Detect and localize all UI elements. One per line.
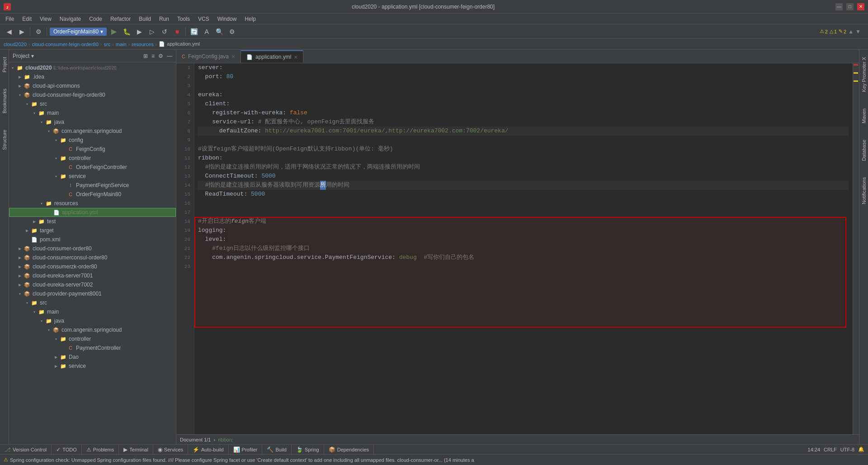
tree-controller[interactable]: ▾ 📁 controller (9, 154, 176, 163)
tree-package[interactable]: ▾ 📦 com.angenin.springcloud (9, 127, 176, 136)
project-minimize[interactable]: — (167, 53, 172, 59)
code-editor[interactable]: 1 2 3 4 5 6 7 8 9 10 11 12 13 14 15 16 1 (176, 63, 859, 434)
menu-build[interactable]: Build (135, 15, 155, 23)
tree-root[interactable]: ▾ 📁 cloud2020 E:\idea-workspace\cloud202… (9, 63, 176, 72)
tab-auto-build[interactable]: ⚡ Auto-build (188, 445, 229, 455)
tree-payment-package[interactable]: ▾ 📦 com.angenin.springcloud (9, 325, 176, 334)
tree-pom-xml[interactable]: 📄 pom.xml (9, 235, 176, 244)
coverage-button[interactable]: ▶ (134, 26, 145, 37)
tree-payment-main[interactable]: ▾ 📁 main (9, 307, 176, 316)
scroll-down[interactable]: ▼ (855, 28, 861, 35)
forward-button[interactable]: ▶ (16, 26, 27, 37)
menu-vcs[interactable]: VCS (194, 15, 213, 23)
tab-feign-config[interactable]: C FeignConfig.java ✕ (176, 50, 241, 63)
tree-order-feign-main[interactable]: C OrderFeignMain80 (9, 190, 176, 199)
menu-tools[interactable]: Tools (174, 15, 193, 23)
tab-application-yml[interactable]: 📄 application.yml ✕ (241, 50, 303, 63)
tree-consumer-order80[interactable]: ▶ 📦 cloud-consumer-order80 (9, 244, 176, 253)
tab-build[interactable]: 🔨 Build (262, 445, 291, 455)
scroll-up[interactable]: ▲ (848, 28, 854, 35)
tab-profiler[interactable]: 📊 Profiler (229, 445, 263, 455)
tree-service[interactable]: ▾ 📁 service (9, 172, 176, 181)
tree-eureka-server7001[interactable]: ▶ 📦 cloud-eureka-server7001 (9, 271, 176, 280)
tree-feign-config[interactable]: C FeignConfig (9, 145, 176, 154)
key-promoter-toggle[interactable]: Key Promoter X (860, 53, 868, 96)
tab-dependencies[interactable]: 📦 Dependencies (324, 445, 374, 455)
breadcrumb-src[interactable]: src (104, 42, 110, 47)
menu-code[interactable]: Code (85, 15, 106, 23)
breadcrumb-resources[interactable]: resources (132, 42, 153, 47)
tree-payment-feign-service[interactable]: I PaymentFeignService (9, 181, 176, 190)
bookmarks-toggle[interactable]: Bookmarks (1, 85, 8, 117)
tab-feign-config-close[interactable]: ✕ (231, 54, 235, 59)
project-panel-toggle[interactable]: Project (1, 53, 8, 76)
tree-consumerzk-order80[interactable]: ▶ 📦 cloud-consumerzk-order80 (9, 262, 176, 271)
code-content[interactable]: server: port: 80 eureka: client: (194, 63, 853, 434)
tree-payment-controller-class[interactable]: C PaymentController (9, 343, 176, 352)
tree-feign-order80[interactable]: ▾ 📦 cloud-consumer-feign-order80 (9, 90, 176, 99)
tree-payment-dao[interactable]: ▶ 📁 Dao (9, 352, 176, 362)
project-collapse[interactable]: ≡ (151, 53, 155, 59)
structure-toggle[interactable]: Structure (1, 126, 8, 154)
settings-button[interactable]: ⚙ (33, 26, 44, 37)
back-button[interactable]: ◀ (4, 26, 14, 37)
run-button[interactable]: ▶ (108, 26, 119, 37)
tree-payment-service[interactable]: ▶ 📁 service (9, 362, 176, 371)
code-line-23 (198, 262, 849, 271)
notifications-toggle[interactable]: Notifications (860, 174, 868, 208)
tree-consumerconsul-order80[interactable]: ▶ 📦 cloud-consumerconsul-order80 (9, 253, 176, 262)
maximize-button[interactable]: □ (846, 3, 854, 10)
search-button[interactable]: 🔍 (214, 26, 225, 37)
tree-payment-java[interactable]: ▾ 📁 java (9, 316, 176, 325)
tab-feign-config-icon: C (182, 54, 185, 59)
profile-button[interactable]: ▷ (146, 26, 157, 37)
tab-yml-close[interactable]: ✕ (294, 55, 297, 60)
update-button[interactable]: 🔄 (189, 26, 199, 37)
project-settings[interactable]: ⚙ (158, 53, 163, 59)
project-options[interactable]: ⊞ (143, 53, 148, 59)
code-line-13: ConnectTimeout: 5000 (198, 172, 849, 181)
menu-view[interactable]: View (36, 15, 55, 23)
tree-config[interactable]: ▾ 📁 config (9, 136, 176, 145)
stop-button[interactable]: ■ (172, 26, 183, 37)
breadcrumb-main[interactable]: main (116, 42, 127, 47)
tree-target[interactable]: ▶ 📁 target (9, 226, 176, 235)
tab-problems[interactable]: ⚠ Problems (82, 445, 119, 455)
tab-version-control[interactable]: ⎇ Version Control (0, 445, 52, 455)
database-toggle[interactable]: Database (860, 136, 868, 164)
debug-button[interactable]: 🐛 (121, 26, 132, 37)
translate-button[interactable]: A (201, 26, 212, 37)
breadcrumb-module[interactable]: cloud-consumer-feign-order80 (32, 42, 98, 47)
tree-payment-controller[interactable]: ▾ 📁 controller (9, 334, 176, 343)
menu-navigate[interactable]: Navigate (56, 15, 85, 23)
tree-eureka-server7002[interactable]: ▶ 📦 cloud-eureka-server7002 (9, 280, 176, 289)
tree-test[interactable]: ▶ 📁 test (9, 217, 176, 226)
menu-run[interactable]: Run (156, 15, 173, 23)
settings2-button[interactable]: ⚙ (226, 26, 237, 37)
close-button[interactable]: ✕ (857, 3, 864, 10)
run-alt-button[interactable]: ↺ (159, 26, 170, 37)
tab-terminal[interactable]: ▶ Terminal (119, 445, 153, 455)
tree-main[interactable]: ▾ 📁 main (9, 108, 176, 117)
tree-application-yml[interactable]: 📄 application.yml (9, 208, 176, 217)
tree-resources[interactable]: ▾ 📁 resources (9, 199, 176, 208)
minimize-button[interactable]: — (835, 3, 843, 10)
menu-edit[interactable]: Edit (19, 15, 35, 23)
tree-cloud-api-commons[interactable]: ▶ 📦 cloud-api-commons (9, 81, 176, 90)
tree-payment-src[interactable]: ▾ 📁 src (9, 298, 176, 307)
run-config-selector[interactable]: OrderFeignMain80 ▾ (50, 28, 107, 36)
tree-java[interactable]: ▾ 📁 java (9, 117, 176, 127)
menu-window[interactable]: Window (214, 15, 241, 23)
menu-help[interactable]: Help (241, 15, 259, 23)
tree-order-feign-controller[interactable]: C OrderFeignController (9, 163, 176, 172)
tab-todo[interactable]: ✓ TODO (52, 445, 82, 455)
maven-toggle[interactable]: Maven (860, 105, 868, 127)
menu-file[interactable]: File (2, 15, 18, 23)
tree-src[interactable]: ▾ 📁 src (9, 99, 176, 108)
tree-idea[interactable]: ▶ 📁 .idea (9, 72, 176, 81)
breadcrumb-cloud2020[interactable]: cloud2020 (4, 42, 27, 47)
menu-refactor[interactable]: Refactor (107, 15, 134, 23)
tab-services[interactable]: ◉ Services (153, 445, 188, 455)
tab-spring[interactable]: 🍃 Spring (292, 445, 324, 455)
tree-provider-payment8001[interactable]: ▾ 📦 cloud-provider-payment8001 (9, 289, 176, 298)
